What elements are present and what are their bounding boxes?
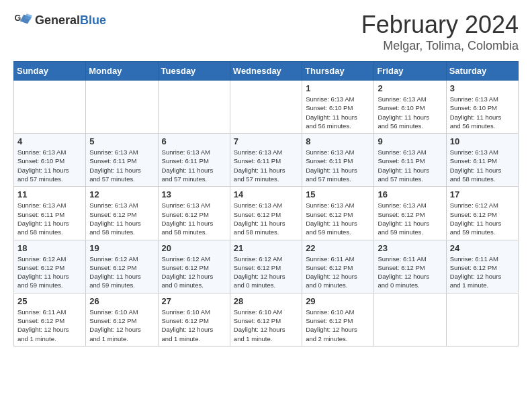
day-cell-5: 5Sunrise: 6:13 AMSunset: 6:11 PMDaylight… <box>86 134 158 187</box>
week-row-3: 11Sunrise: 6:13 AMSunset: 6:11 PMDayligh… <box>14 187 519 240</box>
day-number: 17 <box>450 189 515 199</box>
day-cell-20: 20Sunrise: 6:12 AMSunset: 6:12 PMDayligh… <box>158 240 230 293</box>
weekday-header-row: SundayMondayTuesdayWednesdayThursdayFrid… <box>14 62 519 81</box>
weekday-header-friday: Friday <box>374 62 446 81</box>
day-cell-21: 21Sunrise: 6:12 AMSunset: 6:12 PMDayligh… <box>230 240 302 293</box>
empty-cell <box>86 81 158 134</box>
day-info: Sunrise: 6:13 AMSunset: 6:10 PMDaylight:… <box>378 95 442 130</box>
day-cell-29: 29Sunrise: 6:10 AMSunset: 6:12 PMDayligh… <box>302 293 374 346</box>
calendar-table: SundayMondayTuesdayWednesdayThursdayFrid… <box>13 61 519 347</box>
day-info: Sunrise: 6:12 AMSunset: 6:12 PMDaylight:… <box>234 255 298 290</box>
day-cell-19: 19Sunrise: 6:12 AMSunset: 6:12 PMDayligh… <box>86 240 158 293</box>
empty-cell <box>446 293 518 346</box>
day-number: 4 <box>17 136 82 146</box>
day-info: Sunrise: 6:13 AMSunset: 6:11 PMDaylight:… <box>89 148 154 183</box>
day-cell-18: 18Sunrise: 6:12 AMSunset: 6:12 PMDayligh… <box>14 240 86 293</box>
day-cell-6: 6Sunrise: 6:13 AMSunset: 6:11 PMDaylight… <box>158 134 230 187</box>
day-number: 6 <box>162 136 226 146</box>
day-cell-11: 11Sunrise: 6:13 AMSunset: 6:11 PMDayligh… <box>14 187 86 240</box>
logo-text-general: General <box>35 13 80 27</box>
day-cell-12: 12Sunrise: 6:13 AMSunset: 6:12 PMDayligh… <box>86 187 158 240</box>
day-info: Sunrise: 6:13 AMSunset: 6:10 PMDaylight:… <box>450 95 515 130</box>
day-number: 16 <box>378 189 442 199</box>
day-cell-15: 15Sunrise: 6:13 AMSunset: 6:12 PMDayligh… <box>302 187 374 240</box>
empty-cell <box>374 293 446 346</box>
day-cell-7: 7Sunrise: 6:13 AMSunset: 6:11 PMDaylight… <box>230 134 302 187</box>
day-cell-10: 10Sunrise: 6:13 AMSunset: 6:11 PMDayligh… <box>446 134 518 187</box>
svg-text:G: G <box>14 13 21 23</box>
weekday-header-monday: Monday <box>86 62 158 81</box>
day-number: 11 <box>17 189 82 199</box>
day-info: Sunrise: 6:11 AMSunset: 6:12 PMDaylight:… <box>17 308 82 343</box>
day-number: 26 <box>89 296 154 306</box>
logo-text-blue: Blue <box>80 13 106 27</box>
day-number: 19 <box>89 243 154 253</box>
day-cell-14: 14Sunrise: 6:13 AMSunset: 6:12 PMDayligh… <box>230 187 302 240</box>
day-info: Sunrise: 6:13 AMSunset: 6:10 PMDaylight:… <box>306 95 370 130</box>
day-info: Sunrise: 6:13 AMSunset: 6:11 PMDaylight:… <box>306 148 370 183</box>
day-info: Sunrise: 6:12 AMSunset: 6:12 PMDaylight:… <box>450 201 515 236</box>
weekday-header-tuesday: Tuesday <box>158 62 230 81</box>
day-info: Sunrise: 6:10 AMSunset: 6:12 PMDaylight:… <box>89 308 154 343</box>
day-info: Sunrise: 6:13 AMSunset: 6:11 PMDaylight:… <box>17 201 82 236</box>
day-info: Sunrise: 6:10 AMSunset: 6:12 PMDaylight:… <box>162 308 226 343</box>
empty-cell <box>230 81 302 134</box>
day-cell-24: 24Sunrise: 6:11 AMSunset: 6:12 PMDayligh… <box>446 240 518 293</box>
week-row-5: 25Sunrise: 6:11 AMSunset: 6:12 PMDayligh… <box>14 293 519 346</box>
empty-cell <box>14 81 86 134</box>
day-cell-4: 4Sunrise: 6:13 AMSunset: 6:10 PMDaylight… <box>14 134 86 187</box>
day-cell-25: 25Sunrise: 6:11 AMSunset: 6:12 PMDayligh… <box>14 293 86 346</box>
weekday-header-thursday: Thursday <box>302 62 374 81</box>
empty-cell <box>158 81 230 134</box>
day-cell-17: 17Sunrise: 6:12 AMSunset: 6:12 PMDayligh… <box>446 187 518 240</box>
weekday-header-saturday: Saturday <box>446 62 518 81</box>
day-number: 14 <box>234 189 298 199</box>
day-cell-22: 22Sunrise: 6:11 AMSunset: 6:12 PMDayligh… <box>302 240 374 293</box>
day-info: Sunrise: 6:13 AMSunset: 6:12 PMDaylight:… <box>306 201 370 236</box>
day-cell-1: 1Sunrise: 6:13 AMSunset: 6:10 PMDaylight… <box>302 81 374 134</box>
day-number: 2 <box>378 83 442 93</box>
day-number: 5 <box>89 136 154 146</box>
day-number: 27 <box>162 296 226 306</box>
day-info: Sunrise: 6:12 AMSunset: 6:12 PMDaylight:… <box>89 255 154 290</box>
day-info: Sunrise: 6:13 AMSunset: 6:12 PMDaylight:… <box>162 201 226 236</box>
day-info: Sunrise: 6:10 AMSunset: 6:12 PMDaylight:… <box>234 308 298 343</box>
title-area: February 2024 Melgar, Tolima, Colombia <box>361 11 519 53</box>
day-info: Sunrise: 6:11 AMSunset: 6:12 PMDaylight:… <box>450 255 515 290</box>
day-number: 23 <box>378 243 442 253</box>
day-cell-16: 16Sunrise: 6:13 AMSunset: 6:12 PMDayligh… <box>374 187 446 240</box>
day-cell-26: 26Sunrise: 6:10 AMSunset: 6:12 PMDayligh… <box>86 293 158 346</box>
day-info: Sunrise: 6:11 AMSunset: 6:12 PMDaylight:… <box>378 255 442 290</box>
day-info: Sunrise: 6:13 AMSunset: 6:12 PMDaylight:… <box>234 201 298 236</box>
day-info: Sunrise: 6:13 AMSunset: 6:11 PMDaylight:… <box>450 148 515 183</box>
day-info: Sunrise: 6:12 AMSunset: 6:12 PMDaylight:… <box>17 255 82 290</box>
day-info: Sunrise: 6:11 AMSunset: 6:12 PMDaylight:… <box>306 255 370 290</box>
day-number: 13 <box>162 189 226 199</box>
day-number: 7 <box>234 136 298 146</box>
day-number: 1 <box>306 83 370 93</box>
day-cell-3: 3Sunrise: 6:13 AMSunset: 6:10 PMDaylight… <box>446 81 518 134</box>
day-number: 21 <box>234 243 298 253</box>
month-title: February 2024 <box>361 11 519 39</box>
day-info: Sunrise: 6:12 AMSunset: 6:12 PMDaylight:… <box>162 255 226 290</box>
logo: G GeneralBlue <box>13 11 106 30</box>
day-number: 24 <box>450 243 515 253</box>
day-info: Sunrise: 6:10 AMSunset: 6:12 PMDaylight:… <box>306 308 370 343</box>
day-number: 28 <box>234 296 298 306</box>
day-number: 18 <box>17 243 82 253</box>
day-info: Sunrise: 6:13 AMSunset: 6:12 PMDaylight:… <box>378 201 442 236</box>
week-row-1: 1Sunrise: 6:13 AMSunset: 6:10 PMDaylight… <box>14 81 519 134</box>
day-info: Sunrise: 6:13 AMSunset: 6:10 PMDaylight:… <box>17 148 82 183</box>
logo-icon: G <box>13 11 32 30</box>
day-number: 10 <box>450 136 515 146</box>
location-title: Melgar, Tolima, Colombia <box>361 39 519 53</box>
week-row-2: 4Sunrise: 6:13 AMSunset: 6:10 PMDaylight… <box>14 134 519 187</box>
week-row-4: 18Sunrise: 6:12 AMSunset: 6:12 PMDayligh… <box>14 240 519 293</box>
weekday-header-sunday: Sunday <box>14 62 86 81</box>
day-number: 12 <box>89 189 154 199</box>
day-cell-23: 23Sunrise: 6:11 AMSunset: 6:12 PMDayligh… <box>374 240 446 293</box>
day-cell-13: 13Sunrise: 6:13 AMSunset: 6:12 PMDayligh… <box>158 187 230 240</box>
day-number: 15 <box>306 189 370 199</box>
day-number: 25 <box>17 296 82 306</box>
day-cell-8: 8Sunrise: 6:13 AMSunset: 6:11 PMDaylight… <box>302 134 374 187</box>
